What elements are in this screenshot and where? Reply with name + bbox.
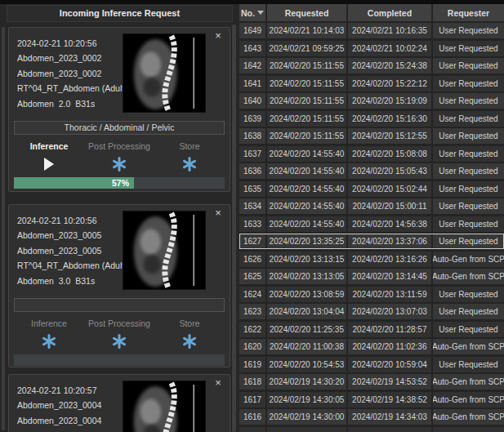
table-row[interactable]: 16342024/02/20 14:55:402024/02/20 15:00:… <box>239 198 504 214</box>
app-window: Incoming Inference Request × 2024-02-21 … <box>0 0 504 432</box>
table-row[interactable]: 16372024/02/20 14:55:402024/02/20 15:08:… <box>239 146 504 162</box>
table-row[interactable]: 16432024/02/21 09:59:252024/02/21 10:02:… <box>239 41 504 56</box>
cell-no: 1635 <box>239 181 265 197</box>
table-row[interactable]: 16382024/02/20 15:11:552024/02/20 15:12:… <box>239 128 504 144</box>
table-row[interactable]: 16242024/02/20 13:08:592024/02/20 13:11:… <box>239 287 504 302</box>
ct-thumbnail[interactable] <box>123 211 206 290</box>
study-info: 2024-02-21 10:20:56 Abdomen_2023_0002 Ab… <box>17 36 122 111</box>
cell-requested: 2024/02/20 14:55:40 <box>267 181 346 197</box>
cell-requester: User Requested <box>433 357 504 372</box>
cell-requester <box>433 427 504 432</box>
table-row[interactable]: 16362024/02/20 14:55:402024/02/20 15:05:… <box>239 163 504 179</box>
cell-no: 1639 <box>239 111 265 127</box>
step-store: Store <box>154 140 225 175</box>
close-icon[interactable]: × <box>212 376 225 390</box>
close-icon[interactable]: × <box>212 29 225 42</box>
cell-requested: 2024/02/19 14:30:05 <box>267 392 346 408</box>
cell-requested: 2024/02/19 14:30:20 <box>267 374 346 390</box>
study-datetime: 2024-02-21 10:20:56 <box>17 36 122 51</box>
cell-completed: 2024/02/19 14:34:03 <box>348 409 431 425</box>
cell-no: 1624 <box>239 287 265 302</box>
asterisk-icon[interactable] <box>112 157 127 171</box>
close-icon[interactable]: × <box>212 207 225 220</box>
table-row[interactable]: 16252024/02/20 13:13:052024/02/20 13:14:… <box>239 269 504 284</box>
column-header-requester[interactable]: Requester <box>433 4 504 21</box>
table-row[interactable]: 16182024/02/19 14:30:202024/02/19 14:53:… <box>239 374 504 390</box>
cell-no: 1649 <box>239 23 265 38</box>
table-row[interactable]: 16162024/02/19 14:30:002024/02/19 14:34:… <box>239 409 504 425</box>
cell-completed: 2024/02/20 15:12:55 <box>348 128 431 144</box>
panel-left-scrollbar[interactable] <box>2 27 5 430</box>
column-header-label: Completed <box>368 8 412 18</box>
cell-requester: Auto-Gen from SCP <box>433 392 504 408</box>
cell-requested: 2024/02/20 13:13:15 <box>267 252 346 267</box>
cell-completed: 2024/02/19 14:38:52 <box>348 392 431 408</box>
column-header-requested[interactable]: Requested <box>267 4 346 21</box>
table-row[interactable]: 16262024/02/20 13:13:152024/02/20 13:16:… <box>239 252 504 267</box>
cell-no: 1625 <box>239 269 265 284</box>
table-row[interactable]: 16492024/02/21 10:14:032024/02/21 10:16:… <box>239 23 504 38</box>
cell-requested: 2024/02/21 09:59:25 <box>267 41 346 56</box>
table-row[interactable]: 16352024/02/20 14:55:402024/02/20 15:02:… <box>239 181 504 197</box>
cell-no: 1623 <box>239 304 265 319</box>
cell-no: 1636 <box>239 163 265 179</box>
cell-requester: User Requested <box>433 304 504 319</box>
table-row[interactable]: 16192024/02/20 10:54:532024/02/20 10:59:… <box>239 357 504 372</box>
column-header-completed[interactable]: Completed <box>348 4 431 21</box>
table-row-partial[interactable] <box>239 427 504 432</box>
step-inference: Inference <box>14 318 84 352</box>
cell-requested: 2024/02/20 14:55:40 <box>267 198 346 214</box>
asterisk-icon[interactable] <box>182 157 197 171</box>
table-row[interactable]: 16332024/02/20 14:55:402024/02/20 14:56:… <box>239 216 504 232</box>
cell-completed: 2024/02/20 13:14:45 <box>348 269 431 284</box>
cell-requester: User Requested <box>433 41 504 56</box>
table-row[interactable]: 16392024/02/20 15:11:552024/02/20 15:16:… <box>239 111 504 127</box>
cell-no: 1638 <box>239 128 265 144</box>
cell-requester: Auto-Gen from SCP <box>433 409 504 425</box>
cell-completed: 2024/02/20 11:28:57 <box>348 322 431 337</box>
cell-requested: 2024/02/20 15:11:55 <box>267 93 346 109</box>
cell-requester: User Requested <box>433 76 504 91</box>
ct-thumbnail[interactable] <box>123 33 206 113</box>
cell-requester: User Requested <box>433 146 504 162</box>
cell-requester: User Requested <box>433 287 504 302</box>
column-header-no[interactable]: No. <box>239 4 265 21</box>
cell-completed: 2024/02/21 10:02:24 <box>348 41 431 56</box>
cell-requested: 2024/02/20 11:00:38 <box>267 339 346 354</box>
column-header-label: Requester <box>448 8 489 18</box>
workflow-steps: Inference Post Processing Store <box>14 140 225 175</box>
table-row[interactable]: 16272024/02/20 13:35:252024/02/20 13:37:… <box>239 234 504 249</box>
table-row[interactable]: 16202024/02/20 11:00:382024/02/20 11:02:… <box>239 339 504 354</box>
table-row[interactable]: 16172024/02/19 14:30:052024/02/19 14:38:… <box>239 392 504 408</box>
cell-completed <box>348 427 431 432</box>
cell-no: 1618 <box>239 374 265 390</box>
asterisk-icon[interactable] <box>112 334 127 349</box>
cell-no: 1619 <box>239 357 265 372</box>
patient-name: Abdomen_2023_0004 <box>17 413 122 428</box>
asterisk-icon[interactable] <box>42 334 56 349</box>
table-row[interactable]: 16402024/02/20 15:11:552024/02/20 15:19:… <box>239 93 504 109</box>
panel-title: Incoming Inference Request <box>7 5 233 22</box>
ct-thumbnail[interactable] <box>123 381 206 432</box>
table-row[interactable]: 16232024/02/20 13:04:042024/02/20 13:07:… <box>239 304 504 319</box>
table-row[interactable]: 16222024/02/20 11:25:352024/02/20 11:28:… <box>239 322 504 337</box>
cell-no: 1626 <box>239 252 265 267</box>
table-row[interactable]: 16422024/02/20 15:11:552024/02/20 15:24:… <box>239 58 504 73</box>
table-scrollbar[interactable] <box>232 24 236 432</box>
asterisk-icon[interactable] <box>182 334 197 349</box>
cell-completed: 2024/02/19 14:53:52 <box>348 374 431 390</box>
incoming-inference-panel: Incoming Inference Request × 2024-02-21 … <box>0 4 239 432</box>
cell-completed: 2024/02/20 10:59:04 <box>348 357 431 372</box>
cell-requested: 2024/02/20 14:55:40 <box>267 163 346 179</box>
cell-completed: 2024/02/20 11:02:36 <box>348 339 431 354</box>
cell-requester: User Requested <box>433 128 504 144</box>
cell-requester: User Requested <box>433 111 504 127</box>
cell-requested: 2024/02/20 15:11:55 <box>267 76 346 91</box>
table-row[interactable]: 16412024/02/20 15:11:552024/02/20 15:22:… <box>239 76 504 91</box>
series-description: Abdomen 2.0 B31s <box>17 96 122 111</box>
cell-completed: 2024/02/20 15:19:09 <box>348 93 431 109</box>
cell-requested <box>267 427 346 432</box>
cell-no: 1637 <box>239 146 265 162</box>
cell-no: 1642 <box>239 58 265 73</box>
play-icon[interactable] <box>44 157 54 171</box>
